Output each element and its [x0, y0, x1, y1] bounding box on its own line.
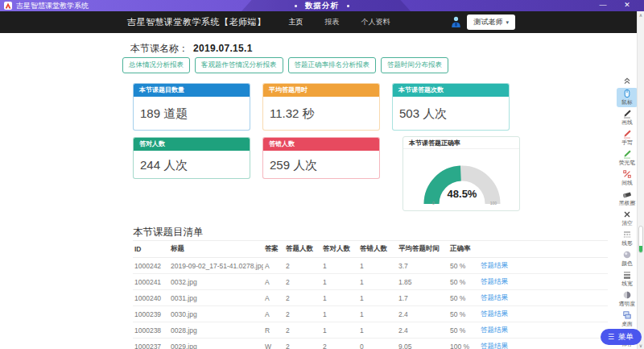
scrollbar-thumb[interactable]: [638, 226, 643, 253]
table-row: 10002400031.jpgA2111.750 %答题结果: [133, 290, 608, 306]
draw-line-icon: [622, 109, 632, 118]
table-cell-title: 0032.jpg: [169, 274, 263, 290]
deco-dot-icon: [347, 5, 349, 7]
tool-label: 间线: [621, 181, 633, 186]
stat-card-2-0: 答对人数244 人次: [133, 137, 250, 179]
color-icon: [622, 250, 632, 260]
table-header-cell: [479, 241, 608, 258]
report-button-3[interactable]: 答题时间分布报表: [381, 57, 448, 73]
table-cell-answer: R: [263, 322, 284, 339]
nav-item-0[interactable]: 主页: [289, 17, 303, 27]
table-cell-correct: 1: [321, 306, 358, 322]
tool-dash-line[interactable]: 间线: [617, 168, 638, 188]
answer-result-link[interactable]: 答题结果: [479, 322, 608, 339]
user-area: 测试老师 ▾: [451, 15, 515, 30]
report-button-0[interactable]: 总体情况分析报表: [122, 57, 190, 73]
tool-mouse[interactable]: 鼠标: [617, 88, 638, 107]
stat-card-value: 244 人次: [134, 151, 250, 173]
table-cell-avg_time: 2.4: [397, 306, 448, 322]
tool-label: 画线: [621, 120, 633, 126]
navbar: 吉星智慧课堂教学系统【老师端】 主页报表个人资料 测试老师 ▾: [0, 11, 644, 33]
table-header-row: ID标题答案答题人数答对人数答错人数平均答题时间正确率: [133, 241, 608, 258]
stat-card-1-0: 本节课题目数量189 道题: [133, 83, 250, 131]
table-cell-answered: 2: [284, 306, 321, 322]
tool-handwrite[interactable]: 手写: [617, 128, 638, 147]
course-name-value: 2019.07.15.1: [193, 43, 253, 54]
table-cell-avg_time: 3.7: [397, 258, 448, 274]
table-cell-answered: 2: [284, 339, 321, 349]
table-row: 10002390030.jpgA2112.450 %答题结果: [133, 306, 608, 322]
highlighter-icon: [622, 149, 632, 159]
report-buttons-row: 总体情况分析报表客观题作答情况分析报表答题正确率排名分析报表答题时间分布报表: [122, 57, 448, 73]
tool-color[interactable]: 颜色: [617, 249, 638, 268]
menu-button[interactable]: ☰ 菜单: [601, 329, 642, 345]
table-cell-rate: 50 %: [448, 290, 479, 306]
tool-label: 荧光笔: [619, 160, 635, 166]
answer-result-link[interactable]: 答题结果: [479, 258, 608, 274]
table-cell-id: 1000237: [133, 339, 169, 349]
table-cell-id: 1000242: [133, 258, 169, 274]
nav-item-2[interactable]: 个人资料: [361, 17, 390, 27]
table-cell-answered: 2: [284, 274, 321, 290]
question-table: ID标题答案答题人数答对人数答错人数平均答题时间正确率 10002422019-…: [133, 240, 608, 349]
gauge-title: 本节课答题正确率: [403, 137, 519, 149]
scroll-up-icon[interactable]: ∧: [638, 12, 644, 18]
desktop-icon: [622, 310, 632, 320]
course-name-row: 本节课名称：2019.07.15.1: [130, 42, 253, 56]
deco-dot-icon: [295, 5, 297, 7]
table-header-cell: ID: [133, 241, 169, 258]
tool-label: 手写: [621, 140, 633, 146]
user-avatar-icon: [451, 16, 461, 28]
tool-label: 线形: [621, 241, 633, 247]
table-cell-title: 0030.jpg: [169, 306, 263, 322]
tool-line-width[interactable]: 线宽: [617, 269, 638, 289]
user-name: 测试老师: [473, 17, 502, 27]
minimize-button[interactable]: —: [594, 0, 612, 10]
tool-opacity[interactable]: 透明度: [617, 289, 638, 309]
table-cell-id: 1000238: [133, 322, 169, 339]
tool-collapse-up[interactable]: [617, 75, 638, 87]
tool-label: 桌面: [621, 322, 633, 327]
table-cell-avg_time: 1.85: [397, 274, 448, 290]
table-cell-rate: 50 %: [448, 258, 479, 274]
report-button-1[interactable]: 客观题作答情况分析报表: [195, 57, 283, 73]
table-cell-rate: 50 %: [448, 322, 479, 339]
tool-draw-line[interactable]: 画线: [617, 108, 638, 127]
tool-highlighter[interactable]: 荧光笔: [617, 148, 638, 168]
table-cell-correct: 1: [321, 290, 358, 306]
answer-result-link[interactable]: 答题结果: [479, 274, 608, 290]
table-cell-title: 2019-09-02_17-51-41.0278.jpg: [169, 258, 263, 274]
table-header-cell: 答错人数: [358, 241, 397, 258]
tool-desktop[interactable]: 桌面: [617, 310, 638, 329]
menu-button-label: 菜单: [618, 332, 634, 343]
table-cell-correct: 2: [321, 339, 358, 349]
report-button-2[interactable]: 答题正确率排名分析报表: [288, 57, 377, 73]
tool-line-style[interactable]: 线形: [617, 229, 638, 248]
user-menu-button[interactable]: 测试老师 ▾: [467, 15, 515, 30]
nav-menu: 主页报表个人资料: [289, 17, 390, 27]
table-row: 10002370029.jpgW2209.05100 %答题结果: [133, 339, 608, 349]
table-cell-rate: 50 %: [448, 306, 479, 322]
stat-card-1-2: 本节课答题次数503 人次: [392, 83, 510, 131]
tool-clear[interactable]: 清空: [617, 209, 638, 228]
scroll-down-icon[interactable]: ∨: [638, 343, 644, 348]
table-header-cell: 标题: [169, 241, 263, 258]
answer-result-link[interactable]: 答题结果: [479, 306, 608, 322]
answer-result-link[interactable]: 答题结果: [479, 290, 608, 306]
stat-card-title: 本节课答题次数: [393, 84, 509, 97]
tool-eraser[interactable]: 黑板擦: [617, 189, 638, 208]
close-button[interactable]: ✕: [618, 0, 636, 10]
table-header-cell: 答案: [263, 241, 284, 258]
table-cell-correct: 1: [321, 258, 358, 274]
table-cell-wrong: 1: [358, 322, 397, 339]
table-cell-answer: W: [263, 339, 284, 349]
table-cell-rate: 50 %: [448, 274, 479, 290]
stat-card-1-1: 平均答题用时11.32 秒: [262, 83, 380, 131]
answer-result-link[interactable]: 答题结果: [479, 339, 608, 349]
table-cell-answered: 2: [284, 322, 321, 339]
gauge-min-label: 0: [432, 201, 435, 206]
table-cell-title: 0031.jpg: [169, 290, 263, 306]
scrollbar[interactable]: ∧ ∨: [637, 11, 644, 349]
nav-item-1[interactable]: 报表: [325, 17, 340, 27]
table-cell-title: 0028.jpg: [169, 322, 263, 339]
